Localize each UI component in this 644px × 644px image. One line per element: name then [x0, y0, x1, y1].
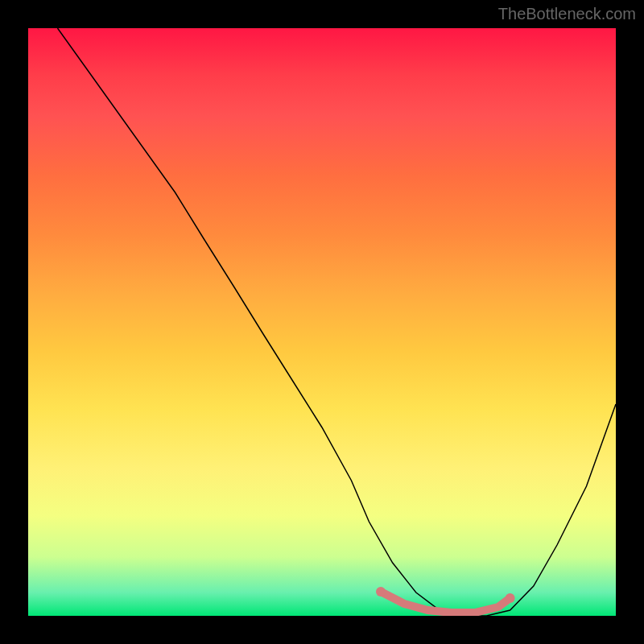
highlight-start-dot [376, 587, 386, 597]
chart-svg [28, 28, 616, 616]
chart-plot-area [28, 28, 616, 616]
highlight-end-dot [506, 593, 515, 603]
highlight-segment [381, 592, 510, 613]
main-curve [58, 28, 617, 616]
attribution-label: TheBottleneck.com [498, 5, 636, 23]
